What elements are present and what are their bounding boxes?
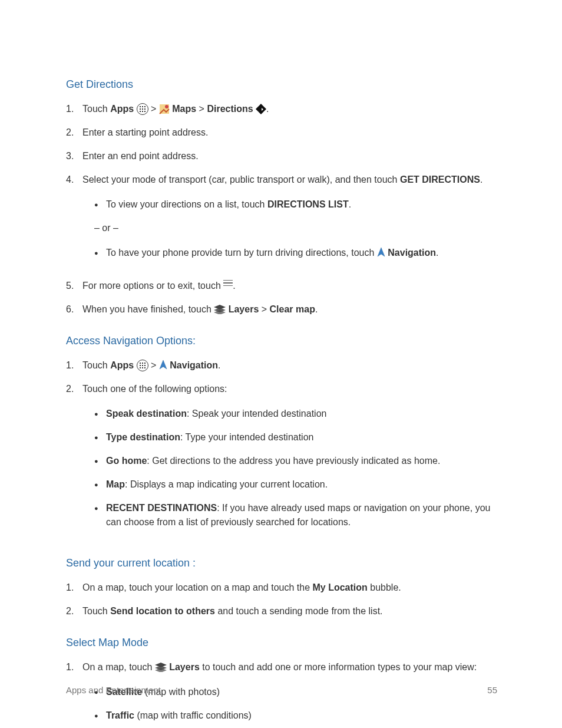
- step-number: 4.: [66, 173, 82, 269]
- step-2: 2. Touch Send location to others and tou…: [66, 604, 497, 618]
- bullet-icon: ●: [94, 430, 106, 444]
- step-2: 2. Touch one of the following options: ●…: [66, 382, 497, 539]
- bullet-icon: ●: [94, 407, 106, 421]
- list-item: ● To have your phone provide turn by tur…: [94, 246, 497, 260]
- step-body: Touch Send location to others and touch …: [82, 604, 497, 618]
- bullet-body: To have your phone provide turn by turn …: [106, 246, 497, 260]
- page-footer: Apps and Entertainment 55: [66, 684, 497, 697]
- separator: >: [148, 104, 159, 114]
- text: Touch: [82, 606, 110, 616]
- list-item: ●Traffic (map with traffic conditions): [94, 709, 497, 723]
- list-item: ●Map: Displays a map indicating your cur…: [94, 477, 497, 492]
- text: To have your phone provide turn by turn …: [106, 248, 377, 258]
- text: Touch: [82, 360, 110, 370]
- text: On a map, touch: [82, 662, 155, 672]
- step-body: Enter an end point address.: [82, 149, 497, 163]
- step-4: 4. Select your mode of transport (car, p…: [66, 173, 497, 269]
- navigation-icon: [377, 247, 385, 258]
- step-1: 1. On a map, touch your location on a ma…: [66, 581, 497, 595]
- clear-map-label: Clear map: [270, 304, 315, 314]
- access-nav-steps: 1. Touch Apps > Navigation. 2. Touch one…: [66, 358, 497, 539]
- bullet-body: RECENT DESTINATIONS: If you have already…: [106, 501, 497, 529]
- step-number: 2.: [66, 382, 82, 539]
- step-number: 1.: [66, 102, 82, 116]
- layers-icon: [155, 663, 167, 672]
- text: Touch: [82, 104, 110, 114]
- list-item: ● To view your directions on a list, tou…: [94, 197, 497, 212]
- text: to touch and add one or more information…: [200, 662, 477, 672]
- step-number: 6.: [66, 302, 82, 317]
- option-label: Speak destination: [106, 409, 187, 419]
- step-number: 5.: [66, 279, 82, 293]
- text: On a map, touch your location on a map a…: [82, 582, 312, 592]
- bullet-icon: ●: [94, 477, 106, 492]
- bullet-icon: ●: [94, 197, 106, 212]
- period: .: [266, 104, 269, 114]
- step-body: Touch Apps > Navigation.: [82, 358, 497, 373]
- layers-label: Layers: [226, 304, 259, 314]
- option-label: Go home: [106, 456, 147, 466]
- layers-icon: [214, 305, 226, 314]
- footer-section: Apps and Entertainment: [66, 684, 161, 697]
- layers-label: Layers: [167, 662, 200, 672]
- directions-label: Directions: [207, 104, 253, 114]
- separator: >: [196, 104, 207, 114]
- option-text: : Speak your intended destination: [187, 409, 327, 419]
- bullet-body: Go home: Get directions to the address y…: [106, 454, 497, 468]
- navigation-icon: [159, 360, 167, 370]
- step-3: 3. Enter an end point address.: [66, 149, 497, 163]
- bullet-body: Speak destination: Speak your intended d…: [106, 407, 497, 421]
- get-directions-label: GET DIRECTIONS: [400, 174, 480, 185]
- bullet-icon: ●: [94, 454, 106, 468]
- step-body: For more options or to exit, touch .: [82, 279, 497, 293]
- step-number: 2.: [66, 604, 82, 618]
- list-item: ●Speak destination: Speak your intended …: [94, 407, 497, 421]
- text-end: bubble.: [368, 582, 401, 592]
- heading-get-directions: Get Directions: [66, 77, 497, 93]
- apps-label: Apps: [110, 104, 134, 114]
- heading-select-map-mode: Select Map Mode: [66, 635, 497, 651]
- apps-icon: [137, 103, 148, 115]
- svg-point-1: [165, 105, 168, 108]
- step-body: Touch Apps > Maps > Directions .: [82, 102, 497, 116]
- step-number: 2.: [66, 126, 82, 140]
- text-end: and touch a sending mode from the list.: [215, 606, 383, 616]
- heading-access-navigation: Access Navigation Options:: [66, 333, 497, 349]
- step-1: 1. Touch Apps > Maps > Directions .: [66, 102, 497, 116]
- option-label: Type destination: [106, 432, 180, 442]
- my-location-label: My Location: [312, 582, 367, 592]
- period: .: [233, 281, 235, 291]
- list-item: ●Type destination: Type your intended de…: [94, 430, 497, 444]
- directions-icon: [256, 104, 266, 114]
- list-item: ●RECENT DESTINATIONS: If you have alread…: [94, 501, 497, 529]
- maps-icon: [159, 104, 170, 114]
- step-1: 1. Touch Apps > Navigation.: [66, 358, 497, 373]
- menu-icon: [223, 280, 233, 288]
- period: .: [436, 248, 438, 258]
- text: Select your mode of transport (car, publ…: [82, 174, 400, 185]
- separator: >: [148, 360, 159, 370]
- step-body: Touch one of the following options: ●Spe…: [82, 382, 497, 539]
- period: .: [218, 360, 220, 370]
- step-5: 5. For more options or to exit, touch .: [66, 279, 497, 293]
- text: Touch one of the following options:: [82, 384, 227, 394]
- bullet-body: Traffic (map with traffic conditions): [106, 709, 497, 723]
- period: .: [349, 199, 351, 209]
- step-body: Enter a starting point address.: [82, 126, 497, 140]
- option-text: : Type your intended destination: [180, 432, 314, 442]
- bullet-body: Map: Displays a map indicating your curr…: [106, 477, 497, 492]
- step-body: When you have finished, touch Layers > C…: [82, 302, 497, 317]
- maps-label: Maps: [170, 104, 196, 114]
- step-body: Select your mode of transport (car, publ…: [82, 173, 497, 269]
- footer-page-number: 55: [487, 684, 497, 697]
- heading-send-location: Send your current location :: [66, 555, 497, 571]
- apps-icon: [137, 360, 148, 371]
- step-6: 6. When you have finished, touch Layers …: [66, 302, 497, 317]
- send-location-label: Send location to others: [110, 606, 215, 616]
- send-location-steps: 1. On a map, touch your location on a ma…: [66, 581, 497, 618]
- apps-label: Apps: [110, 360, 134, 370]
- period: .: [315, 304, 318, 314]
- bullet-body: Type destination: Type your intended des…: [106, 430, 497, 444]
- text: When you have finished, touch: [82, 304, 214, 314]
- text: For more options or to exit, touch: [82, 281, 223, 291]
